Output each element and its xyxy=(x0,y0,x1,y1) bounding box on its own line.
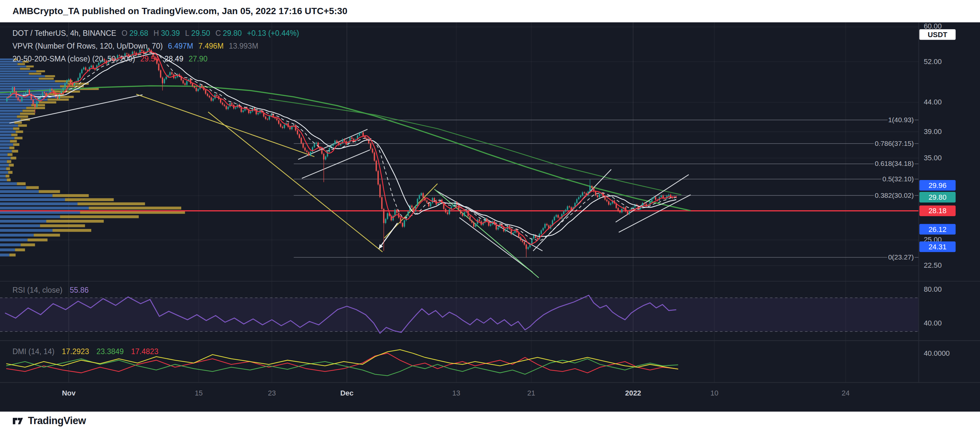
svg-text:0.5(32.10): 0.5(32.10) xyxy=(883,175,914,183)
rsi-value: 55.86 xyxy=(70,286,89,294)
vpvr-down-volume: 7.496M xyxy=(198,42,224,51)
vpvr-total-volume: 13.993M xyxy=(229,42,258,51)
svg-text:Nov: Nov xyxy=(62,389,76,397)
svg-text:23: 23 xyxy=(268,389,276,397)
svg-text:60.00: 60.00 xyxy=(924,22,942,30)
svg-text:44.00: 44.00 xyxy=(924,98,942,106)
sma-legend[interactable]: 20-50-200-SMA (close) (20, 50, 200) 29.5… xyxy=(13,53,299,65)
svg-text:24: 24 xyxy=(842,389,850,397)
svg-text:24.31: 24.31 xyxy=(929,243,947,251)
svg-text:40.00: 40.00 xyxy=(924,319,942,327)
svg-text:22.50: 22.50 xyxy=(924,261,942,269)
svg-text:0(23.27): 0(23.27) xyxy=(888,253,914,261)
chart-area: 1(40.93)0.786(37.15)0.618(34.18)0.5(32.1… xyxy=(0,22,980,412)
tradingview-wordmark[interactable]: TradingView xyxy=(28,415,86,427)
svg-text:0.382(30.02): 0.382(30.02) xyxy=(875,191,914,199)
sma-200-line xyxy=(0,86,691,210)
svg-text:21: 21 xyxy=(527,389,535,397)
sma-title: 20-50-200-SMA (close) (20, 50, 200) xyxy=(13,54,135,64)
dmi-minus-di-value: 17.4823 xyxy=(131,347,158,356)
svg-text:0.786(37.15): 0.786(37.15) xyxy=(875,140,914,147)
rsi-legend[interactable]: RSI (14, close) 55.86 xyxy=(13,286,89,295)
svg-text:0.618(34.18): 0.618(34.18) xyxy=(875,160,914,167)
svg-text:29.80: 29.80 xyxy=(929,193,947,201)
close-value: 29.80 xyxy=(223,29,242,38)
high-value: 30.39 xyxy=(161,29,180,38)
change-value: +0.13 (+0.44%) xyxy=(247,29,299,38)
sma200-value: 27.90 xyxy=(188,54,207,64)
vpvr-legend[interactable]: VPVR (Number Of Rows, 120, Up/Down, 70) … xyxy=(13,40,299,53)
sma20-value: 29.54 xyxy=(140,54,159,64)
vpvr-title: VPVR (Number Of Rows, 120, Up/Down, 70) xyxy=(13,42,163,51)
symbol-title: DOT / TetherUS, 4h, BINANCE xyxy=(13,29,116,38)
publish-bar: AMBCrypto_TA published on TradingView.co… xyxy=(0,0,980,22)
indicator-legend: DOT / TetherUS, 4h, BINANCE O 29.68 H 30… xyxy=(13,27,299,65)
svg-text:28.18: 28.18 xyxy=(929,207,947,215)
rsi-title: RSI (14, close) xyxy=(13,286,62,294)
svg-text:26.12: 26.12 xyxy=(929,225,947,234)
svg-text:15: 15 xyxy=(195,389,202,397)
svg-text:80.00: 80.00 xyxy=(924,285,942,293)
tradingview-logo-icon[interactable] xyxy=(12,415,24,427)
dmi-legend[interactable]: DMI (14, 14) 17.2923 23.3849 17.4823 xyxy=(13,347,158,356)
low-value: 29.50 xyxy=(191,29,210,38)
fib-retracement[interactable]: 1(40.93)0.786(37.15)0.618(34.18)0.5(32.1… xyxy=(294,116,919,261)
dmi-plus-di-value: 23.3849 xyxy=(97,347,124,356)
publish-line: AMBCrypto_TA published on TradingView.co… xyxy=(13,6,347,16)
svg-text:1(40.93): 1(40.93) xyxy=(888,116,914,124)
svg-text:10: 10 xyxy=(710,389,718,397)
svg-text:35.00: 35.00 xyxy=(924,154,942,162)
svg-text:Dec: Dec xyxy=(340,389,353,397)
open-value: 29.68 xyxy=(129,29,148,38)
vpvr-up-volume: 6.497M xyxy=(168,42,193,51)
candles xyxy=(6,48,677,258)
low-label: L xyxy=(185,29,189,38)
svg-text:USDT: USDT xyxy=(928,30,948,39)
footer-bar: TradingView xyxy=(0,412,980,430)
symbol-legend[interactable]: DOT / TetherUS, 4h, BINANCE O 29.68 H 30… xyxy=(13,27,299,40)
svg-text:52.00: 52.00 xyxy=(924,57,942,66)
dmi-title: DMI (14, 14) xyxy=(13,347,54,356)
open-label: O xyxy=(121,29,127,38)
svg-text:13: 13 xyxy=(452,389,460,397)
svg-text:2022: 2022 xyxy=(625,389,641,397)
price-axis[interactable]: 60.0052.0044.0039.0035.0030.0025.0022.50… xyxy=(919,22,955,357)
svg-text:40.0000: 40.0000 xyxy=(924,349,950,357)
high-label: H xyxy=(154,29,159,38)
sma50-value: 28.49 xyxy=(164,54,183,64)
time-axis[interactable]: Nov1523Dec132120221024 xyxy=(62,389,850,397)
svg-text:39.00: 39.00 xyxy=(924,127,942,136)
rsi-pane xyxy=(0,295,919,333)
dmi-adx-value: 17.2923 xyxy=(62,347,89,356)
svg-text:29.96: 29.96 xyxy=(929,182,947,190)
close-label: C xyxy=(215,29,221,38)
